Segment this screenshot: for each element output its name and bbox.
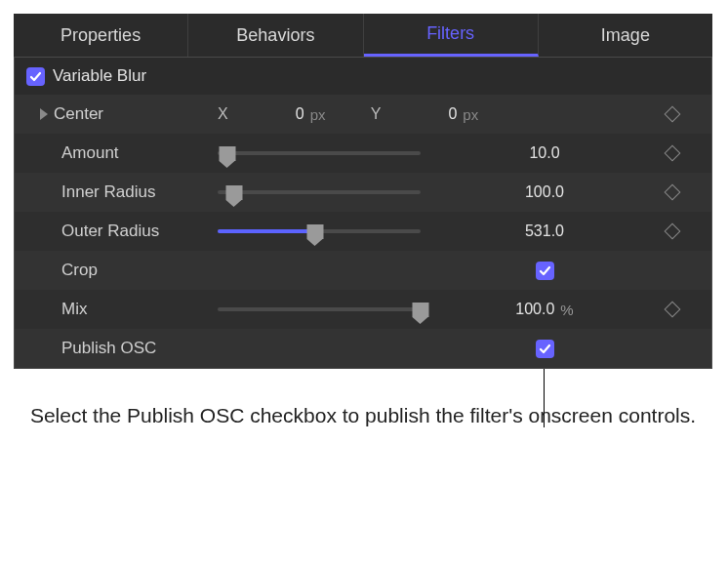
outer-radius-slider[interactable]	[218, 222, 421, 241]
slider-thumb-icon[interactable]	[225, 185, 242, 200]
crop-checkbox[interactable]	[536, 262, 554, 280]
center-y-unit: px	[463, 106, 490, 123]
param-label-publish-osc: Publish OSC	[61, 339, 156, 358]
inspector-panel: Properties Behaviors Filters Image Varia…	[14, 14, 712, 369]
param-row-center: Center X 0 px Y 0 px	[15, 95, 711, 134]
keyframe-diamond-icon[interactable]	[665, 106, 681, 123]
slider-thumb-icon[interactable]	[306, 224, 323, 239]
inspector-tabs: Properties Behaviors Filters Image	[14, 14, 712, 57]
mix-slider[interactable]	[218, 300, 421, 319]
mix-value[interactable]: 100.0	[515, 301, 554, 318]
slider-thumb-icon[interactable]	[220, 146, 236, 161]
center-xy-group: X 0 px Y 0 px	[218, 105, 651, 123]
disclosure-triangle-icon[interactable]	[40, 108, 48, 120]
param-row-publish-osc: Publish OSC	[15, 329, 711, 368]
keyframe-diamond-icon[interactable]	[665, 302, 681, 318]
center-y-label: Y	[371, 105, 382, 123]
tab-behaviors[interactable]: Behaviors	[188, 14, 363, 57]
param-label-mix: Mix	[61, 300, 87, 319]
amount-slider[interactable]	[218, 143, 421, 163]
center-y-value[interactable]: 0	[386, 105, 457, 123]
param-row-mix: Mix 100.0 %	[15, 290, 711, 329]
param-row-amount: Amount 10.0	[15, 134, 711, 173]
center-x-label: X	[218, 105, 228, 123]
inner-radius-slider[interactable]	[218, 182, 421, 202]
param-label-crop: Crop	[61, 261, 98, 280]
keyframe-diamond-icon[interactable]	[665, 145, 681, 162]
keyframe-diamond-icon[interactable]	[665, 184, 681, 201]
filter-header: Variable Blur	[15, 58, 711, 95]
param-label-center: Center	[54, 104, 103, 124]
keyframe-diamond-icon[interactable]	[665, 223, 681, 240]
callout-line-icon	[544, 369, 545, 427]
amount-value[interactable]: 10.0	[529, 144, 559, 162]
param-label-outer-radius: Outer Radius	[61, 222, 159, 241]
publish-osc-checkbox[interactable]	[536, 340, 554, 358]
tab-image[interactable]: Image	[539, 14, 712, 57]
filter-enable-checkbox[interactable]	[26, 67, 45, 86]
filter-parameters: Variable Blur Center X 0 px Y 0 px Amoun…	[14, 57, 712, 369]
center-x-value[interactable]: 0	[234, 105, 304, 123]
caption-text: Select the Publish OSC checkbox to publi…	[14, 402, 712, 429]
param-label-inner-radius: Inner Radius	[61, 182, 155, 202]
center-x-unit: px	[310, 106, 338, 123]
param-row-inner-radius: Inner Radius 100.0	[15, 173, 711, 212]
param-label-amount: Amount	[61, 143, 119, 163]
slider-thumb-icon[interactable]	[413, 303, 429, 317]
outer-radius-value[interactable]: 531.0	[525, 222, 564, 240]
filter-title: Variable Blur	[53, 66, 146, 86]
tab-filters[interactable]: Filters	[364, 14, 539, 57]
mix-unit: %	[560, 302, 573, 318]
callout: Select the Publish OSC checkbox to publi…	[14, 402, 712, 429]
param-row-outer-radius: Outer Radius 531.0	[15, 212, 711, 251]
tab-properties[interactable]: Properties	[14, 14, 188, 57]
param-row-crop: Crop	[15, 251, 711, 290]
inner-radius-value[interactable]: 100.0	[525, 183, 564, 201]
